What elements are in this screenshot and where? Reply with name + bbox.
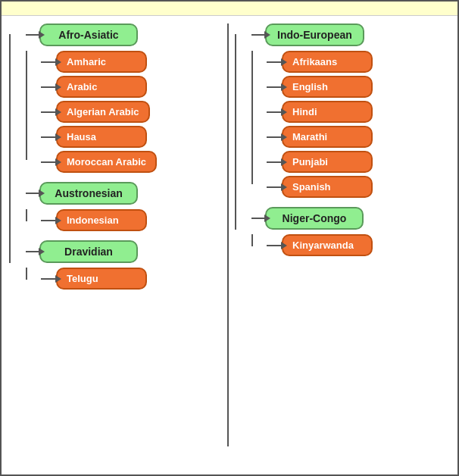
family-group: Niger-CongoKinyarwanda bbox=[251, 207, 447, 256]
child-row: Amharic bbox=[41, 51, 221, 73]
child-row: Arabic bbox=[41, 76, 221, 98]
child-row: Algerian Arabic bbox=[41, 101, 221, 123]
family-node: Dravidian bbox=[39, 240, 138, 263]
language-node[interactable]: Punjabi bbox=[282, 151, 373, 173]
child-row: English bbox=[267, 76, 447, 98]
family-node: Afro-Asiatic bbox=[39, 23, 138, 46]
language-node[interactable]: English bbox=[282, 76, 373, 98]
child-row: Moroccan Arabic bbox=[41, 151, 221, 173]
child-row: Punjabi bbox=[267, 151, 447, 173]
language-node[interactable]: Moroccan Arabic bbox=[56, 151, 157, 173]
right-column: Indo-EuropeanAfrikaansEnglishHindiMarath… bbox=[235, 23, 447, 446]
family-group: DravidianTelugu bbox=[26, 240, 221, 290]
content-area: Afro-AsiaticAmharicArabicAlgerian Arabic… bbox=[2, 16, 457, 454]
child-row: Kinyarwanda bbox=[267, 234, 447, 256]
family-group: Indo-EuropeanAfrikaansEnglishHindiMarath… bbox=[251, 23, 447, 198]
child-row: Marathi bbox=[267, 126, 447, 148]
chart-title bbox=[2, 2, 457, 16]
family-group: Afro-AsiaticAmharicArabicAlgerian Arabic… bbox=[26, 23, 221, 173]
left-column: Afro-AsiaticAmharicArabicAlgerian Arabic… bbox=[9, 23, 221, 446]
family-group: AustronesianIndonesian bbox=[26, 182, 221, 231]
child-row: Spanish bbox=[267, 176, 447, 198]
child-row: Telugu bbox=[41, 268, 221, 290]
language-node[interactable]: Arabic bbox=[56, 76, 147, 98]
child-row: Hausa bbox=[41, 126, 221, 148]
child-row: Indonesian bbox=[41, 209, 221, 231]
family-node: Indo-European bbox=[265, 23, 364, 46]
family-node: Niger-Congo bbox=[265, 207, 364, 230]
language-node[interactable]: Marathi bbox=[282, 126, 373, 148]
language-node[interactable]: Afrikaans bbox=[282, 51, 373, 73]
family-node: Austronesian bbox=[39, 182, 138, 205]
chart-container: Afro-AsiaticAmharicArabicAlgerian Arabic… bbox=[0, 0, 459, 476]
column-divider bbox=[227, 23, 229, 446]
language-node[interactable]: Amharic bbox=[56, 51, 147, 73]
language-node[interactable]: Spanish bbox=[282, 176, 373, 198]
language-node[interactable]: Telugu bbox=[56, 268, 147, 290]
child-row: Hindi bbox=[267, 101, 447, 123]
child-row: Afrikaans bbox=[267, 51, 447, 73]
language-node[interactable]: Algerian Arabic bbox=[56, 101, 150, 123]
language-node[interactable]: Hausa bbox=[56, 126, 147, 148]
language-node[interactable]: Hindi bbox=[282, 101, 373, 123]
language-node[interactable]: Indonesian bbox=[56, 209, 147, 231]
language-node[interactable]: Kinyarwanda bbox=[282, 234, 373, 256]
